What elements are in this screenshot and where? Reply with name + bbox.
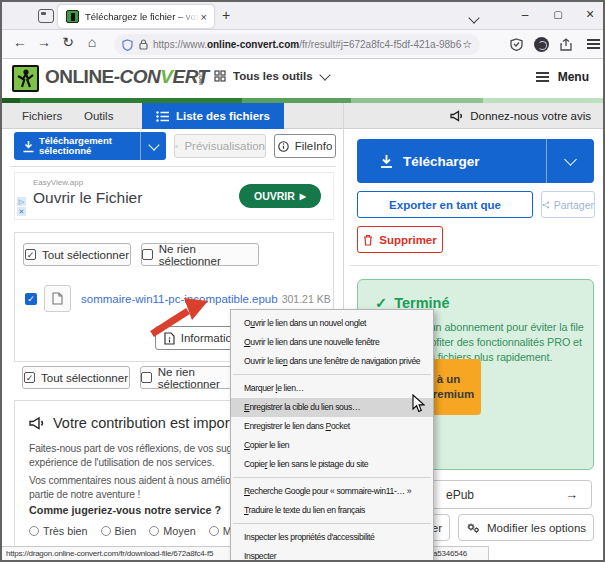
download-selected-button[interactable]: Téléchargement sélectionné — [14, 132, 166, 160]
file-icon-button[interactable] — [44, 285, 71, 312]
tab-title: Téléchargez le fichier – votre co — [85, 11, 199, 22]
download-selected-chevron[interactable] — [140, 132, 166, 160]
radio-icon[interactable] — [101, 526, 111, 536]
maximize-button[interactable]: ▢ — [548, 9, 568, 20]
share-label: Partager — [554, 199, 594, 211]
context-menu: Ouvrir le lien dans un nouvel onglet Ouv… — [230, 309, 434, 562]
share-button[interactable]: Partager — [541, 191, 595, 218]
menu-open-private-window[interactable]: Ouvrir le lien dans une fenêtre de navig… — [231, 352, 433, 371]
feedback-link[interactable]: Donnez-nous votre avis — [450, 103, 591, 129]
account-icon[interactable] — [534, 37, 549, 52]
address-bar[interactable]: https://www.online-convert.com/fr/result… — [114, 34, 480, 55]
menu-copy-link[interactable]: Copier le lien — [231, 436, 433, 455]
select-none-button[interactable]: Ne rien sélectionner — [141, 243, 259, 266]
browser-titlebar: Téléchargez le fichier – votre co × + – … — [2, 2, 603, 30]
download-icon — [379, 154, 394, 169]
checked-checkbox-icon: ✓ — [25, 249, 36, 260]
menu-bookmark-link[interactable]: Marquer le lien… — [231, 379, 433, 398]
download-button[interactable]: Télécharger — [357, 139, 594, 183]
radio-bien[interactable]: Bien — [101, 525, 137, 537]
preview-button[interactable]: Prévisualisation — [174, 134, 266, 158]
download-icon — [22, 140, 35, 153]
tab-liste-label: Liste des fichiers — [176, 103, 270, 129]
download-label: Télécharger — [403, 154, 480, 169]
site-logo-icon[interactable] — [12, 65, 39, 92]
export-as-button[interactable]: Exporter en tant que — [357, 191, 533, 218]
ad-advertiser: EasyView.app — [33, 178, 83, 187]
firefox-view-icon[interactable] — [38, 9, 54, 23]
ad-close-icon[interactable]: ✕ — [17, 207, 26, 216]
tab-liste-des-fichiers[interactable]: Liste des fichiers — [142, 103, 284, 129]
divider — [10, 166, 336, 167]
radio-icon[interactable] — [209, 526, 219, 536]
menu-translate-link[interactable]: Traduire le texte du lien en français — [231, 501, 433, 520]
ad-open-button[interactable]: OUVRIR ▶ — [239, 184, 321, 208]
url-path: /fr/result#j=672a8fc4-f5df-421a-98b6-2 — [299, 39, 462, 50]
radio-label: Moyen — [163, 525, 195, 537]
menu-google-search[interactable]: Recherche Google pour « sommaire-win11-…… — [231, 482, 433, 501]
site-menu-button[interactable]: Menu — [536, 70, 589, 84]
pocket-icon[interactable] — [510, 38, 523, 51]
file-checkbox[interactable]: ✓ — [25, 293, 37, 305]
site-header: ONLINE-CONVERT COM Tous les outils Menu — [2, 59, 603, 98]
browser-toolbar: ← → ↻ ⌂ https://www.online-convert.com/f… — [2, 30, 603, 59]
menu-open-new-window[interactable]: Ouvrir le lien dans une nouvelle fenêtre — [231, 333, 433, 352]
ad-open-label: OUVRIR — [254, 190, 295, 202]
arrow-right-icon: → — [565, 487, 591, 502]
select-all-button[interactable]: ✓ Tout sélectionner — [23, 243, 131, 266]
menu-copy-link-no-tracking[interactable]: Copier le lien sans le pistage du site — [231, 455, 433, 474]
export-as-label: Exporter en tant que — [389, 199, 501, 211]
fileinfo-button[interactable]: FileInfo — [274, 134, 336, 158]
browser-tab[interactable]: Téléchargez le fichier – votre co × — [58, 5, 214, 28]
ad-open-arrow-icon: ▶ — [300, 192, 306, 201]
tracking-shield-icon[interactable] — [122, 39, 133, 51]
tab-close-icon[interactable]: × — [199, 11, 209, 23]
logo-online: ONLINE — [45, 66, 114, 87]
menu-save-to-pocket[interactable]: Enregistrer le lien dans Pocket — [231, 417, 433, 436]
radio-tres-bien[interactable]: Très bien — [29, 525, 88, 537]
menu-inspect[interactable]: Inspecter — [231, 547, 433, 562]
lock-icon — [139, 39, 148, 50]
download-chevron[interactable] — [546, 139, 594, 183]
modify-options-button[interactable]: Modifier les options — [458, 514, 594, 541]
unchecked-checkbox-icon — [142, 249, 153, 260]
select-none-label: Ne rien sélectionner — [159, 243, 258, 267]
reload-button[interactable]: ↻ — [58, 34, 78, 50]
menu-inspect-accessibility[interactable]: Inspecter les propriétés d'accessibilité — [231, 528, 433, 547]
unchecked-checkbox-icon — [141, 372, 152, 383]
radio-icon[interactable] — [29, 526, 39, 536]
share-icon[interactable] — [560, 38, 572, 51]
new-tab-button[interactable]: + — [222, 7, 230, 23]
minimize-button[interactable]: – — [515, 8, 535, 22]
site-logo-text[interactable]: ONLINE-CONVERT — [45, 66, 209, 88]
home-button[interactable]: ⌂ — [82, 34, 102, 50]
select-all-button-2[interactable]: ✓ Tout sélectionner — [22, 366, 130, 389]
status-url-left: https://dragon.online-convert.com/fr/dow… — [6, 549, 213, 558]
url-text: https://www.online-convert.com/fr/result… — [153, 39, 462, 50]
list-tabs-icon[interactable] — [464, 11, 484, 25]
megaphone-icon — [450, 110, 464, 122]
logo-tld: COM — [198, 71, 204, 85]
adchoices-icon[interactable]: ▷ — [17, 197, 26, 206]
radio-moyen[interactable]: Moyen — [149, 525, 195, 537]
tools-dropdown[interactable]: Tous les outils — [214, 70, 329, 82]
preview-label: Prévisualisation — [184, 140, 265, 152]
feedback-link-label: Donnez-nous votre avis — [470, 110, 591, 122]
back-button[interactable]: ← — [10, 34, 30, 50]
window-close-button[interactable]: × — [580, 6, 600, 22]
ad-headline[interactable]: Ouvrir le Fichier — [33, 189, 142, 207]
delete-button[interactable]: Supprimer — [357, 226, 443, 253]
delete-label: Supprimer — [379, 234, 437, 246]
page-tabstrip: Fichiers Outils Liste des fichiers Donne… — [2, 103, 603, 129]
forward-button[interactable]: → — [34, 34, 54, 50]
radio-icon[interactable] — [149, 526, 159, 536]
menu-save-link-as[interactable]: Enregistrer la cible du lien sous… — [231, 398, 433, 417]
select-all-label: Tout sélectionner — [42, 249, 129, 261]
menu-separator — [231, 520, 433, 528]
tab-outils[interactable]: Outils — [84, 103, 113, 129]
url-domain: online-convert.com — [207, 39, 299, 50]
logo-v: V — [160, 66, 172, 87]
menu-open-new-tab[interactable]: Ouvrir le lien dans un nouvel onglet — [231, 314, 433, 333]
tab-fichiers[interactable]: Fichiers — [22, 103, 62, 129]
bookmark-star-icon[interactable]: ☆ — [462, 38, 472, 51]
